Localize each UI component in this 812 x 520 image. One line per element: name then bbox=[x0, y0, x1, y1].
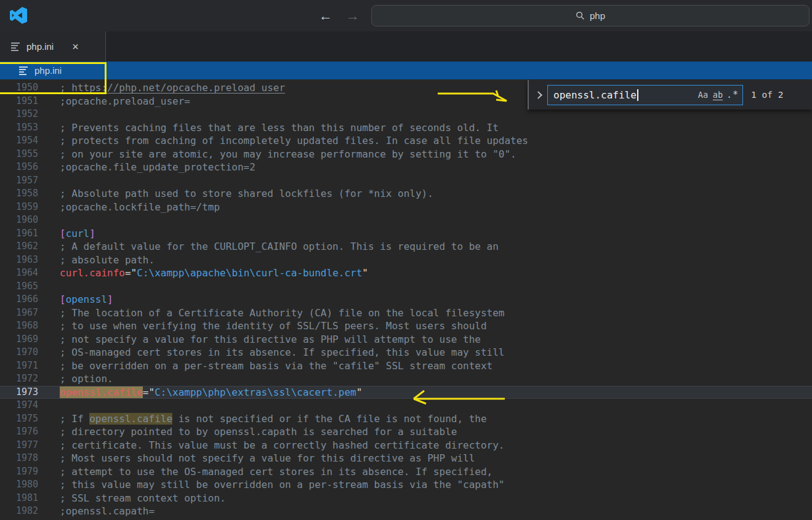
find-input[interactable]: openssl.cafile Aa ab .* bbox=[547, 85, 743, 105]
regex-toggle[interactable]: .* bbox=[725, 87, 740, 102]
code-line[interactable]: 1981; SSL stream context option. bbox=[0, 492, 812, 505]
line-number[interactable]: 1964 bbox=[0, 266, 38, 280]
line-number[interactable]: 1962 bbox=[0, 240, 38, 254]
text-caret bbox=[637, 89, 638, 101]
code-line[interactable]: 1959;opcache.lockfile_path=/tmp bbox=[0, 201, 812, 214]
code-line[interactable]: 1963; absolute path. bbox=[0, 254, 812, 267]
line-content: ; Absolute path used to store shared loc… bbox=[60, 187, 812, 201]
command-center-search-value: php bbox=[590, 10, 605, 21]
code-line[interactable]: 1969; not specify a value for this direc… bbox=[0, 333, 812, 346]
code-line[interactable]: 1977; certificate. This value must be a … bbox=[0, 439, 812, 452]
code-line[interactable]: 1956;opcache.file_update_protection=2 bbox=[0, 161, 812, 174]
line-number[interactable]: 1951 bbox=[0, 95, 38, 108]
code-line[interactable]: 1957 bbox=[0, 174, 812, 188]
line-number[interactable]: 1979 bbox=[0, 465, 38, 479]
tab-close-icon[interactable]: × bbox=[72, 41, 79, 52]
code-line[interactable]: 1954; protects from caching of incomplet… bbox=[0, 134, 812, 148]
vscode-window: ← → php php.ini × php.ini 1950; https://… bbox=[0, 0, 812, 520]
search-icon bbox=[576, 11, 585, 20]
code-line[interactable]: 1958; Absolute path used to store shared… bbox=[0, 187, 812, 201]
code-lines: 1950; https://php.net/opcache.preload_us… bbox=[0, 81, 812, 518]
line-content bbox=[60, 399, 812, 412]
line-number[interactable]: 1952 bbox=[0, 108, 38, 121]
line-number[interactable]: 1971 bbox=[0, 359, 38, 373]
code-line[interactable]: 1973openssl.cafile="C:\xampp\php\extras\… bbox=[0, 386, 812, 399]
line-number[interactable]: 1968 bbox=[0, 319, 38, 333]
line-number[interactable]: 1969 bbox=[0, 333, 38, 346]
code-line[interactable]: 1961[curl] bbox=[0, 227, 812, 241]
line-number[interactable]: 1974 bbox=[0, 399, 38, 412]
line-number[interactable]: 1957 bbox=[0, 174, 38, 188]
line-number[interactable]: 1975 bbox=[0, 412, 38, 426]
code-line[interactable]: 1964curl.cainfo="C:\xampp\apache\bin\cur… bbox=[0, 266, 812, 280]
title-bar: ← → php bbox=[0, 0, 812, 31]
line-number[interactable]: 1967 bbox=[0, 306, 38, 320]
line-content: ; to use when verifying the identity of … bbox=[60, 319, 812, 333]
code-line[interactable]: 1976; directory pointed to by openssl.ca… bbox=[0, 425, 812, 439]
line-number[interactable]: 1982 bbox=[0, 505, 38, 518]
line-number[interactable]: 1958 bbox=[0, 187, 38, 201]
line-number[interactable]: 1955 bbox=[0, 148, 38, 161]
line-content: ; Prevents caching files that are less t… bbox=[60, 121, 812, 135]
whole-word-toggle[interactable]: ab bbox=[710, 87, 725, 102]
line-number[interactable]: 1970 bbox=[0, 346, 38, 359]
code-line[interactable]: 1979; attempt to use the OS-managed cert… bbox=[0, 465, 812, 479]
code-line[interactable]: 1966[openssl] bbox=[0, 293, 812, 306]
match-case-toggle[interactable]: Aa bbox=[696, 87, 710, 102]
tab-php-ini[interactable]: php.ini × bbox=[0, 31, 106, 62]
line-number[interactable]: 1973 bbox=[0, 386, 38, 399]
code-line[interactable]: 1962; A default value for the CURLOPT_CA… bbox=[0, 240, 812, 254]
line-number[interactable]: 1965 bbox=[0, 280, 38, 294]
command-center-search[interactable]: php bbox=[371, 5, 810, 26]
toggle-replace-chevron-icon[interactable] bbox=[529, 92, 547, 98]
code-line[interactable]: 1953; Prevents caching files that are le… bbox=[0, 121, 812, 135]
code-line[interactable]: 1968; to use when verifying the identity… bbox=[0, 319, 812, 333]
code-line[interactable]: 1978; Most users should not specify a va… bbox=[0, 452, 812, 465]
line-number[interactable]: 1953 bbox=[0, 121, 38, 135]
forward-arrow-icon[interactable]: → bbox=[346, 8, 360, 24]
line-content bbox=[60, 214, 812, 227]
line-number[interactable]: 1977 bbox=[0, 439, 38, 452]
code-line[interactable]: 1980; this value may still be overridden… bbox=[0, 478, 812, 492]
line-content: openssl.cafile="C:\xampp\php\extras\ssl\… bbox=[60, 386, 812, 399]
code-line[interactable]: 1971; be overridden on a per-stream basi… bbox=[0, 359, 812, 373]
line-number[interactable]: 1981 bbox=[0, 492, 38, 505]
code-line[interactable]: 1967; The location of a Certificate Auth… bbox=[0, 306, 812, 320]
line-number[interactable]: 1956 bbox=[0, 161, 38, 174]
line-content: curl.cainfo="C:\xampp\apache\bin\curl-ca… bbox=[60, 266, 812, 280]
line-number[interactable]: 1954 bbox=[0, 134, 38, 148]
line-number[interactable]: 1978 bbox=[0, 452, 38, 465]
line-content: ;openssl.capath= bbox=[60, 505, 812, 518]
back-arrow-icon[interactable]: ← bbox=[319, 8, 332, 24]
line-number[interactable]: 1972 bbox=[0, 372, 38, 386]
line-number[interactable]: 1976 bbox=[0, 425, 38, 439]
tab-bar: php.ini × bbox=[0, 31, 812, 62]
code-line[interactable]: 1955; on your site are atomic, you may i… bbox=[0, 148, 812, 161]
code-line[interactable]: 1960 bbox=[0, 214, 812, 227]
code-line[interactable]: 1952 bbox=[0, 108, 812, 121]
line-number[interactable]: 1966 bbox=[0, 293, 38, 306]
file-list-icon bbox=[11, 42, 20, 50]
editor-pane[interactable]: 1950; https://php.net/opcache.preload_us… bbox=[0, 79, 812, 520]
line-content: ; protects from caching of incompletely … bbox=[60, 134, 812, 148]
line-content: ; The location of a Certificate Authorit… bbox=[60, 306, 812, 320]
line-content: ;opcache.lockfile_path=/tmp bbox=[60, 201, 812, 214]
code-line[interactable]: 1975; If openssl.cafile is not specified… bbox=[0, 412, 812, 426]
line-number[interactable]: 1959 bbox=[0, 201, 38, 214]
line-number[interactable]: 1980 bbox=[0, 478, 38, 492]
code-line[interactable]: 1982;openssl.capath= bbox=[0, 505, 812, 518]
line-content: ; Most users should not specify a value … bbox=[60, 452, 812, 465]
code-line[interactable]: 1972; option. bbox=[0, 372, 812, 386]
code-line[interactable]: 1970; OS-managed cert stores in its abse… bbox=[0, 346, 812, 359]
line-content: ; A default value for the CURLOPT_CAINFO… bbox=[60, 240, 812, 254]
line-content: ; If openssl.cafile is not specified or … bbox=[60, 412, 812, 426]
code-line[interactable]: 1965 bbox=[0, 280, 812, 294]
line-number[interactable]: 1961 bbox=[0, 227, 38, 241]
line-content: ; attempt to use the OS-managed cert sto… bbox=[60, 465, 812, 479]
breadcrumb-file-label[interactable]: php.ini bbox=[34, 65, 62, 76]
code-line[interactable]: 1974 bbox=[0, 399, 812, 412]
line-number[interactable]: 1950 bbox=[0, 81, 38, 95]
line-content: ; option. bbox=[60, 372, 812, 386]
line-number[interactable]: 1963 bbox=[0, 254, 38, 267]
line-number[interactable]: 1960 bbox=[0, 214, 38, 227]
